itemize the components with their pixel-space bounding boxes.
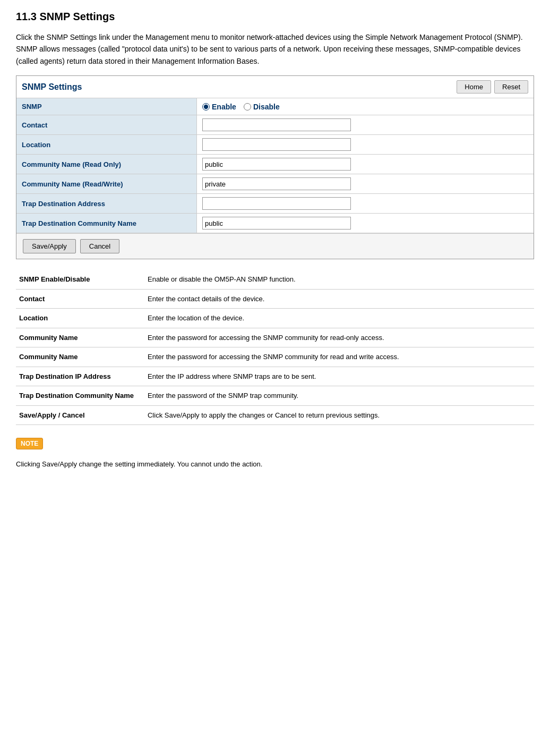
snmp-label: SNMP — [16, 98, 197, 115]
trap-community-control — [197, 214, 534, 233]
desc-detail-snmp: Enable or disable the OM5P-AN SNMP funct… — [137, 270, 534, 289]
description-table: SNMP Enable/Disable Enable or disable th… — [16, 270, 534, 425]
location-input[interactable] — [202, 138, 351, 151]
home-button[interactable]: Home — [457, 80, 491, 94]
location-control — [197, 135, 534, 154]
community-readwrite-label: Community Name (Read/Write) — [16, 174, 197, 193]
desc-detail-location: Enter the location of the device. — [137, 309, 534, 328]
snmp-enable-text: Enable — [212, 103, 236, 111]
desc-row-trap-ip: Trap Destination IP Address Enter the IP… — [16, 367, 534, 386]
reset-button[interactable]: Reset — [494, 80, 528, 94]
location-label: Location — [16, 135, 197, 154]
desc-row-save-cancel: Save/Apply / Cancel Click Save/Apply to … — [16, 405, 534, 425]
trap-address-row: Trap Destination Address — [16, 194, 534, 214]
panel-header: SNMP Settings Home Reset — [16, 76, 534, 98]
desc-term-snmp: SNMP Enable/Disable — [16, 270, 137, 289]
trap-community-label: Trap Destination Community Name — [16, 214, 197, 233]
contact-row: Contact — [16, 115, 534, 135]
trap-address-input[interactable] — [202, 197, 351, 210]
desc-term-contact: Contact — [16, 289, 137, 309]
save-apply-button[interactable]: Save/Apply — [23, 239, 76, 253]
cancel-button[interactable]: Cancel — [80, 239, 119, 253]
desc-row-community-rw: Community Name Enter the password for ac… — [16, 347, 534, 367]
contact-control — [197, 115, 534, 134]
desc-term-trap-ip: Trap Destination IP Address — [16, 367, 137, 386]
trap-address-control — [197, 194, 534, 213]
note-section: NOTE Clicking Save/Apply change the sett… — [16, 438, 534, 470]
desc-term-save-cancel: Save/Apply / Cancel — [16, 405, 137, 425]
community-readonly-control — [197, 155, 534, 174]
panel-header-buttons: Home Reset — [457, 80, 528, 94]
community-readwrite-row: Community Name (Read/Write) — [16, 174, 534, 194]
panel-title: SNMP Settings — [22, 82, 82, 92]
desc-row-contact: Contact Enter the contact details of the… — [16, 289, 534, 309]
trap-address-label: Trap Destination Address — [16, 194, 197, 213]
snmp-enable-label[interactable]: Enable — [202, 103, 236, 111]
intro-text: Click the SNMP Settings link under the M… — [16, 31, 534, 67]
desc-row-location: Location Enter the location of the devic… — [16, 309, 534, 328]
snmp-control: Enable Disable — [197, 98, 534, 115]
snmp-disable-text: Disable — [253, 103, 280, 111]
note-text: Clicking Save/Apply change the setting i… — [16, 459, 534, 470]
snmp-disable-label[interactable]: Disable — [244, 103, 280, 111]
snmp-settings-panel: SNMP Settings Home Reset SNMP Enable Dis… — [16, 75, 534, 259]
desc-detail-community-rw: Enter the password for accessing the SNM… — [137, 347, 534, 367]
location-row: Location — [16, 135, 534, 155]
form-actions: Save/Apply Cancel — [16, 233, 534, 259]
contact-label: Contact — [16, 115, 197, 134]
community-readwrite-input[interactable] — [202, 177, 351, 190]
desc-term-community-ro: Community Name — [16, 328, 137, 347]
desc-term-community-rw: Community Name — [16, 347, 137, 367]
community-readonly-label: Community Name (Read Only) — [16, 155, 197, 174]
snmp-radio-group: Enable Disable — [202, 103, 280, 111]
desc-detail-community-ro: Enter the password for accessing the SNM… — [137, 328, 534, 347]
note-badge: NOTE — [16, 438, 43, 449]
desc-detail-save-cancel: Click Save/Apply to apply the changes or… — [137, 405, 534, 425]
trap-community-input[interactable] — [202, 217, 351, 230]
desc-row-snmp: SNMP Enable/Disable Enable or disable th… — [16, 270, 534, 289]
desc-row-trap-community: Trap Destination Community Name Enter th… — [16, 386, 534, 406]
desc-detail-trap-community: Enter the password of the SNMP trap comm… — [137, 386, 534, 406]
desc-detail-trap-ip: Enter the IP address where SNMP traps ar… — [137, 367, 534, 386]
snmp-enable-radio[interactable] — [202, 103, 210, 111]
snmp-row: SNMP Enable Disable — [16, 98, 534, 115]
desc-row-community-ro: Community Name Enter the password for ac… — [16, 328, 534, 347]
community-readonly-row: Community Name (Read Only) — [16, 155, 534, 174]
contact-input[interactable] — [202, 118, 351, 131]
community-readonly-input[interactable] — [202, 158, 351, 171]
page-title: 11.3 SNMP Settings — [16, 11, 534, 23]
trap-community-row: Trap Destination Community Name — [16, 214, 534, 233]
desc-term-trap-community: Trap Destination Community Name — [16, 386, 137, 406]
desc-detail-contact: Enter the contact details of the device. — [137, 289, 534, 309]
snmp-disable-radio[interactable] — [244, 103, 251, 111]
desc-term-location: Location — [16, 309, 137, 328]
community-readwrite-control — [197, 174, 534, 193]
